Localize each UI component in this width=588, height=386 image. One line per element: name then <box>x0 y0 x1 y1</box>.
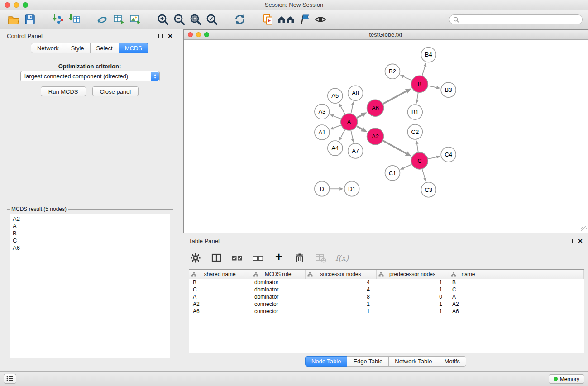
tab-mcds[interactable]: MCDS <box>119 43 148 53</box>
table-cell[interactable]: 1 <box>376 300 449 308</box>
table-cell[interactable]: 1 <box>376 279 449 286</box>
table-cell[interactable]: A <box>189 293 251 300</box>
table-cell[interactable]: A <box>449 293 488 300</box>
table-cell[interactable]: dominator <box>251 279 305 286</box>
criterion-select[interactable]: largest connected component (directed) ▲… <box>20 71 160 81</box>
close-panel-button[interactable]: Close panel <box>92 86 139 96</box>
network-arrows-button[interactable] <box>94 12 110 27</box>
graph-node-A[interactable]: A <box>341 114 358 130</box>
table-cell[interactable]: A6 <box>189 308 251 315</box>
column-header-MCDS-role[interactable]: MCDS role <box>251 270 305 279</box>
tab-select[interactable]: Select <box>91 43 119 53</box>
open-session-button[interactable] <box>5 12 22 27</box>
graph-edge-A-A2[interactable] <box>357 126 362 129</box>
mcds-result-item[interactable]: A <box>13 223 167 230</box>
zoom-fit-button[interactable] <box>187 12 204 27</box>
table-cell[interactable]: 1 <box>376 286 449 293</box>
resize-grip[interactable] <box>581 226 587 232</box>
graph-node-B2[interactable]: B2 <box>385 64 400 79</box>
graph-node-A2[interactable]: A2 <box>367 128 384 145</box>
table-cell[interactable]: B <box>449 279 488 286</box>
graph-edge-C-C2[interactable] <box>417 144 418 152</box>
mcds-result-list[interactable]: A2ABCA6 <box>10 214 170 358</box>
table-cell[interactable]: dominator <box>251 286 305 293</box>
close-panel-icon[interactable]: × <box>168 32 172 40</box>
graph-edge-A-A6[interactable] <box>357 115 362 118</box>
graph-node-B4[interactable]: B4 <box>421 47 436 62</box>
graph-edge-B-B3[interactable] <box>428 86 436 88</box>
table-close-panel-icon[interactable]: × <box>578 237 583 245</box>
deselect-all-button[interactable] <box>252 252 264 264</box>
graph-node-A8[interactable]: A8 <box>348 86 363 100</box>
table-row[interactable]: Cdominator41C <box>189 286 584 293</box>
graph-node-B1[interactable]: B1 <box>407 105 422 119</box>
graph-node-C1[interactable]: C1 <box>385 166 400 181</box>
zoom-selected-button[interactable] <box>204 12 220 27</box>
table-cell[interactable]: C <box>449 286 488 293</box>
graph-edge-A2-C[interactable] <box>383 141 406 153</box>
graph-node-A5[interactable]: A5 <box>328 88 343 103</box>
network-window-titlebar[interactable]: testGlobe.txt <box>184 30 588 40</box>
tab-network-table[interactable]: Network Table <box>389 356 438 367</box>
graph-node-B3[interactable]: B3 <box>441 82 456 97</box>
tab-node-table[interactable]: Node Table <box>305 356 348 367</box>
network-graph[interactable]: B4B2BB3A5A8A6A3B1AC2A1A2A4A7C4CC1DD1C3 <box>184 40 588 233</box>
mcds-result-item[interactable]: A6 <box>13 244 167 252</box>
save-session-button[interactable] <box>22 12 38 27</box>
import-network-button[interactable] <box>50 12 66 27</box>
import-table-button[interactable] <box>66 12 82 27</box>
graph-node-A3[interactable]: A3 <box>315 104 330 119</box>
graph-node-A6[interactable]: A6 <box>367 100 384 116</box>
graph-edge-A-A7[interactable] <box>351 131 353 139</box>
zoom-out-button[interactable] <box>171 12 187 27</box>
graph-node-C2[interactable]: C2 <box>407 124 422 139</box>
mcds-result-item[interactable]: A2 <box>13 215 167 223</box>
mcds-result-item[interactable]: B <box>13 230 167 237</box>
graph-node-C4[interactable]: C4 <box>441 147 456 162</box>
select-all-button[interactable] <box>231 252 243 264</box>
graph-edge-B-B1[interactable] <box>417 93 418 100</box>
table-cell[interactable]: 8 <box>305 293 376 300</box>
zoom-in-button[interactable] <box>155 12 171 27</box>
graph-node-D1[interactable]: D1 <box>344 181 359 196</box>
tab-motifs[interactable]: Motifs <box>438 356 466 367</box>
network-canvas[interactable]: B4B2BB3A5A8A6A3B1AC2A1A2A4A7C4CC1DD1C3 <box>184 40 588 233</box>
column-header-predecessor-nodes[interactable]: predecessor nodes <box>376 270 449 279</box>
graph-edge-B-B4[interactable] <box>422 67 425 76</box>
table-float-panel-icon[interactable] <box>569 239 573 243</box>
table-cell[interactable]: B <box>189 279 251 286</box>
table-row[interactable]: A2connector11A2 <box>189 300 584 308</box>
table-cell[interactable]: connector <box>251 308 305 315</box>
table-cell[interactable]: A6 <box>449 308 488 315</box>
home-button[interactable] <box>276 12 296 27</box>
flag-button[interactable] <box>296 12 312 27</box>
table-settings-button[interactable] <box>190 252 201 264</box>
graph-edge-A-A4[interactable] <box>341 130 345 138</box>
column-header-name[interactable]: name <box>449 270 488 279</box>
table-cell[interactable]: 1 <box>305 308 376 315</box>
run-mcds-button[interactable]: Run MCDS <box>41 86 86 96</box>
tab-edge-table[interactable]: Edge Table <box>347 356 389 367</box>
task-history-button[interactable] <box>4 374 16 384</box>
graph-edge-A6-B[interactable] <box>383 91 406 104</box>
column-header-successor-nodes[interactable]: successor nodes <box>305 270 376 279</box>
node-table[interactable]: shared nameMCDS rolesuccessor nodesprede… <box>189 270 584 315</box>
graph-node-A7[interactable]: A7 <box>348 143 363 158</box>
column-visibility-button[interactable] <box>210 252 222 264</box>
tab-network[interactable]: Network <box>31 43 65 53</box>
table-cell[interactable]: C <box>189 286 251 293</box>
table-cell[interactable]: 4 <box>305 286 376 293</box>
float-panel-icon[interactable] <box>158 34 163 38</box>
refresh-button[interactable] <box>232 12 248 27</box>
delete-column-button[interactable] <box>294 252 306 264</box>
table-cell[interactable]: 4 <box>305 279 376 286</box>
table-row[interactable]: Bdominator41B <box>189 279 584 286</box>
table-cell[interactable]: 0 <box>376 293 449 300</box>
table-cell[interactable]: A2 <box>449 300 488 308</box>
graph-edge-A-A1[interactable] <box>333 125 341 128</box>
graph-edge-A-A5[interactable] <box>341 106 345 114</box>
graph-edge-C-C4[interactable] <box>428 157 437 159</box>
graph-edge-B-B2[interactable] <box>403 76 411 80</box>
graph-edge-A-A8[interactable] <box>351 105 353 114</box>
table-cell[interactable]: 1 <box>305 300 376 308</box>
